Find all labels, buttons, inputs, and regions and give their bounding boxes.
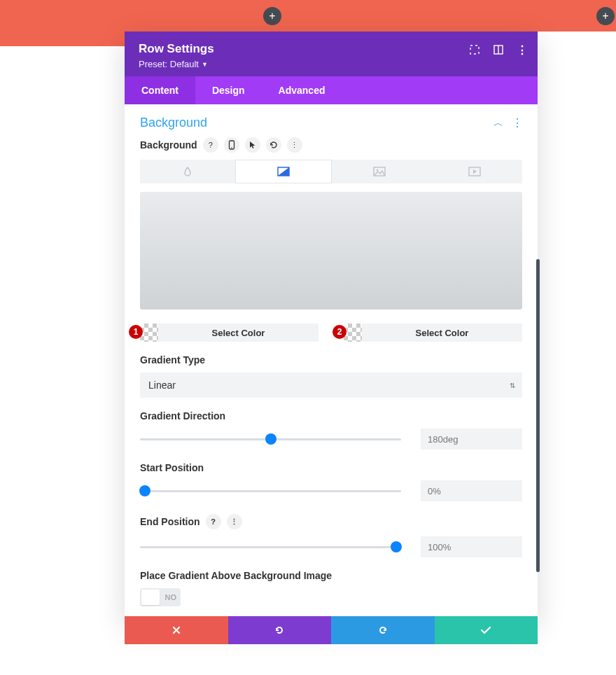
- caret-down-icon: ▼: [202, 61, 208, 68]
- background-label: Background: [140, 139, 197, 151]
- background-type-tabs: [140, 160, 522, 183]
- section-more-icon[interactable]: ⋮: [512, 118, 522, 129]
- color-drop-icon: [182, 166, 193, 177]
- close-button[interactable]: [125, 616, 228, 644]
- section-header: Background ︿ ⋮: [125, 104, 538, 137]
- gradient-preview: [140, 192, 522, 309]
- gradient-colors-row: 1 Select Color 2 Select Color: [140, 323, 522, 342]
- row-settings-modal: Row Settings Preset: Default ▼ ⋮ Content…: [125, 32, 538, 622]
- modal-footer: [125, 616, 538, 644]
- add-section-button-right[interactable]: +: [596, 7, 615, 25]
- phone-icon[interactable]: [224, 137, 239, 153]
- modal-body: Background ︿ ⋮ Background ? ⋮: [125, 104, 538, 622]
- end-position-field: End Position ? ⋮ 100%: [140, 514, 522, 557]
- background-label-row: Background ? ⋮: [140, 137, 522, 153]
- expand-icon[interactable]: [469, 44, 480, 55]
- redo-button[interactable]: [331, 616, 435, 644]
- redo-icon: [377, 625, 388, 636]
- field-more-icon[interactable]: ⋮: [227, 514, 242, 529]
- bg-tab-color[interactable]: [140, 160, 235, 183]
- modal-header: Row Settings Preset: Default ▼ ⋮: [125, 32, 538, 76]
- start-position-value[interactable]: 0%: [421, 480, 522, 501]
- help-icon[interactable]: ?: [203, 137, 218, 153]
- start-position-slider[interactable]: [140, 484, 401, 498]
- check-icon: [480, 625, 491, 635]
- place-above-toggle[interactable]: NO: [140, 588, 181, 606]
- badge-2: 2: [332, 325, 346, 339]
- settings-tabs: Content Design Advanced: [125, 76, 538, 104]
- reset-icon[interactable]: [266, 137, 281, 153]
- modal-title: Row Settings: [139, 42, 524, 56]
- close-icon: [172, 625, 181, 635]
- gradient-icon: [277, 167, 290, 176]
- scrollbar-thumb[interactable]: [536, 259, 540, 572]
- preset-selector[interactable]: Preset: Default ▼: [139, 59, 524, 69]
- gradient-direction-field: Gradient Direction 180deg: [140, 410, 522, 450]
- tab-design[interactable]: Design: [195, 76, 262, 104]
- gradient-direction-label: Gradient Direction: [140, 410, 522, 422]
- svg-rect-0: [470, 46, 479, 54]
- svg-point-4: [231, 147, 232, 148]
- gradient-color-1: 1 Select Color: [140, 323, 318, 342]
- end-position-label: End Position ? ⋮: [140, 514, 522, 529]
- gradient-type-field: Gradient Type Linear: [140, 354, 522, 398]
- bg-tab-video[interactable]: [427, 160, 522, 183]
- field-more-icon[interactable]: ⋮: [287, 137, 302, 153]
- end-position-label-text: End Position: [140, 516, 200, 527]
- snap-icon[interactable]: [493, 44, 504, 55]
- bg-tab-image[interactable]: [332, 160, 427, 183]
- undo-button[interactable]: [228, 616, 332, 644]
- place-above-label: Place Gradient Above Background Image: [140, 570, 522, 581]
- cursor-icon[interactable]: [245, 137, 260, 153]
- start-position-field: Start Position 0%: [140, 462, 522, 501]
- video-icon: [468, 167, 481, 176]
- gradient-type-select[interactable]: Linear: [140, 373, 522, 398]
- tab-advanced[interactable]: Advanced: [262, 76, 342, 104]
- select-color-1-button[interactable]: Select Color: [158, 323, 318, 342]
- gradient-color-2: 2 Select Color: [344, 323, 522, 342]
- bg-right-block: [195, 0, 616, 32]
- section-title[interactable]: Background: [140, 116, 207, 130]
- select-color-2-button[interactable]: Select Color: [362, 323, 522, 342]
- header-icon-group: ⋮: [469, 44, 528, 55]
- gradient-direction-value[interactable]: 180deg: [421, 429, 522, 450]
- image-icon: [373, 167, 386, 176]
- start-position-label: Start Position: [140, 462, 522, 473]
- help-icon[interactable]: ?: [206, 514, 221, 529]
- toggle-state-label: NO: [165, 593, 177, 601]
- svg-point-7: [377, 169, 379, 172]
- background-field-group: Background ? ⋮: [125, 137, 538, 622]
- place-above-field: Place Gradient Above Background Image NO: [140, 570, 522, 606]
- save-button[interactable]: [435, 616, 538, 644]
- gradient-type-label: Gradient Type: [140, 354, 522, 366]
- badge-1: 1: [129, 325, 143, 339]
- gradient-direction-slider[interactable]: [140, 432, 401, 446]
- tab-content[interactable]: Content: [125, 76, 195, 104]
- add-section-button[interactable]: +: [263, 7, 281, 25]
- toggle-knob: [141, 590, 160, 605]
- undo-icon: [274, 625, 285, 636]
- end-position-value[interactable]: 100%: [421, 536, 522, 557]
- preset-label: Preset: Default: [139, 59, 199, 69]
- end-position-slider[interactable]: [140, 540, 401, 554]
- collapse-icon[interactable]: ︿: [493, 117, 503, 130]
- bg-tab-gradient[interactable]: [235, 160, 332, 183]
- more-icon[interactable]: ⋮: [517, 44, 528, 55]
